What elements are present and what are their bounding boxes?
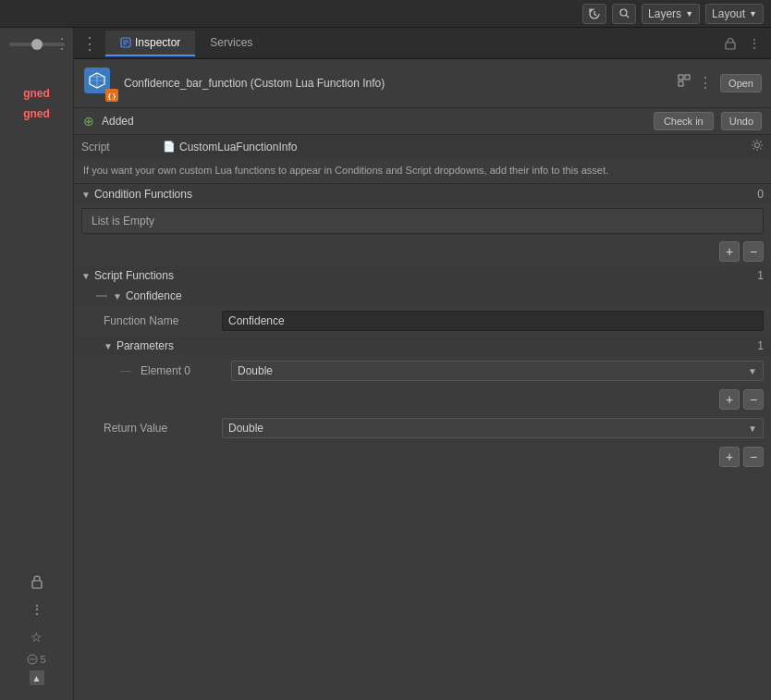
sidebar-bottom-icons: ⋮ ☆ 5 ▲ [26,571,48,693]
element-0-type-dropdown[interactable]: Double ▼ [231,361,764,381]
added-icon: ⊕ [83,114,94,129]
script-value: 📄 CustomLuaFunctionInfo [163,141,743,154]
asset-header: { } Confidence_bar_function (Custom Lua … [74,59,771,108]
layers-dropdown[interactable]: Layers ▼ [642,4,700,24]
function-name-label: Function Name [104,314,214,327]
script-file-icon: 📄 [163,141,176,153]
parameters-title: Parameters [116,339,753,352]
sidebar-count: 5 [40,654,45,665]
script-functions-section: ▼ Script Functions 1 ▼ Confidence Functi… [74,265,771,471]
script-functions-header[interactable]: ▼ Script Functions 1 [74,265,771,286]
script-functions-actions: + − [74,443,771,471]
return-value-row: Return Value Double ▼ [74,413,771,443]
script-functions-count: 1 [757,269,764,282]
element-0-row: — Element 0 Double ▼ [74,356,771,386]
parameters-count: 1 [757,339,764,352]
top-toolbar: Layers ▼ Layout ▼ [0,0,771,28]
svg-rect-15 [679,75,683,80]
param-add-button[interactable]: + [719,389,740,410]
tab-bar: ⋮ Inspector Services [74,28,771,59]
layers-chevron-icon: ▼ [685,9,693,18]
tab-inspector[interactable]: Inspector [105,31,195,56]
condition-remove-button[interactable]: − [743,241,764,262]
tab-services[interactable]: Services [195,31,267,56]
more-tab-icon[interactable]: ⋮ [745,34,764,53]
svg-rect-9 [726,43,735,49]
condition-functions-count: 0 [757,188,764,201]
script-label: Script [81,141,155,154]
tab-services-label: Services [210,36,252,49]
search-icon-btn[interactable] [612,4,636,24]
layout-chevron-icon: ▼ [749,9,757,18]
function-name-value: Confidence [222,311,764,331]
function-name-row: Function Name Confidence [74,306,771,336]
lock-tab-icon[interactable] [721,34,740,53]
tab-menu-icon[interactable]: ⋮ [81,33,98,54]
script-badge-icon: { } [105,89,118,102]
undo-button[interactable]: Undo [721,112,762,130]
tab-action-icons: ⋮ [721,34,764,53]
history-icon-btn[interactable] [582,4,606,24]
overflow-icon[interactable]: ⋮ [698,74,713,92]
lock-icon[interactable] [26,571,48,593]
svg-rect-2 [32,581,42,588]
asset-title: Confidence_bar_function (Custom Lua Func… [124,77,670,90]
svg-point-18 [755,143,760,148]
condition-add-button[interactable]: + [719,241,740,262]
script-row: Script 📄 CustomLuaFunctionInfo [74,135,771,158]
checkin-button[interactable]: Check in [654,112,714,130]
content-area: { } Confidence_bar_function (Custom Lua … [74,59,771,700]
svg-line-1 [626,15,629,18]
tab-inspector-label: Inspector [135,36,180,49]
condition-functions-header[interactable]: ▼ Condition Functions 0 [74,184,771,204]
more-dots-icon[interactable]: ⋮ [26,598,48,620]
script-info-text: If you want your own custom Lua function… [74,158,771,184]
svg-rect-16 [685,75,690,80]
svg-point-0 [620,9,627,16]
slider-thumb [31,39,43,50]
condition-functions-actions: + − [74,238,771,265]
confidence-arrow-icon: ▼ [113,291,122,301]
parameters-arrow-icon: ▼ [104,341,113,351]
right-panel: ⋮ Inspector Services [74,28,771,700]
condition-functions-title: Condition Functions [94,188,753,201]
confidence-title: Confidence [126,289,764,302]
element-0-dropdown-arrow-icon: ▼ [748,366,757,376]
sidebar-count-badge: 5 [27,654,45,665]
layout-dropdown[interactable]: Layout ▼ [705,4,764,24]
script-settings-icon[interactable] [751,139,764,154]
slider-area[interactable] [9,43,65,46]
element-0-type-value: Double [238,364,273,377]
script-remove-button[interactable]: − [743,447,764,467]
confidence-subsection-header[interactable]: ▼ Confidence [74,286,771,306]
open-button[interactable]: Open [720,74,762,92]
return-value-type: Double [228,422,263,435]
status-bar: ⊕ Added Check in Undo [74,108,771,135]
condition-functions-arrow-icon: ▼ [81,190,91,200]
main-layout: ⋮ gned gned ⋮ ☆ 5 ▲ [0,28,771,700]
sidebar-label-1: gned [23,87,50,100]
asset-icon: { } [83,67,116,100]
return-value-dropdown[interactable]: Double ▼ [222,418,764,438]
star-icon[interactable]: ☆ [26,626,48,648]
svg-rect-17 [679,81,683,86]
param-remove-button[interactable]: − [743,389,764,410]
return-dropdown-arrow-icon: ▼ [748,424,757,434]
condition-functions-section: ▼ Condition Functions 0 List is Empty + … [74,184,771,265]
parameters-header[interactable]: ▼ Parameters 1 [74,336,771,356]
slider-track [9,43,65,46]
asset-header-actions: ⋮ Open [678,74,762,92]
script-add-button[interactable]: + [719,447,740,467]
parameters-actions: + − [74,386,771,413]
scroll-up-btn[interactable]: ▲ [30,670,44,685]
script-functions-title: Script Functions [94,269,753,282]
layers-label: Layers [648,7,681,20]
element-dash-icon: — [118,364,133,377]
left-sidebar: ⋮ gned gned ⋮ ☆ 5 ▲ [0,28,74,700]
script-value-text: CustomLuaFunctionInfo [179,141,297,154]
status-text: Added [102,115,646,128]
return-value-label: Return Value [104,422,214,435]
transpose-icon[interactable] [678,74,691,92]
element-0-label: Element 0 [141,364,224,377]
condition-functions-empty: List is Empty [81,208,764,234]
